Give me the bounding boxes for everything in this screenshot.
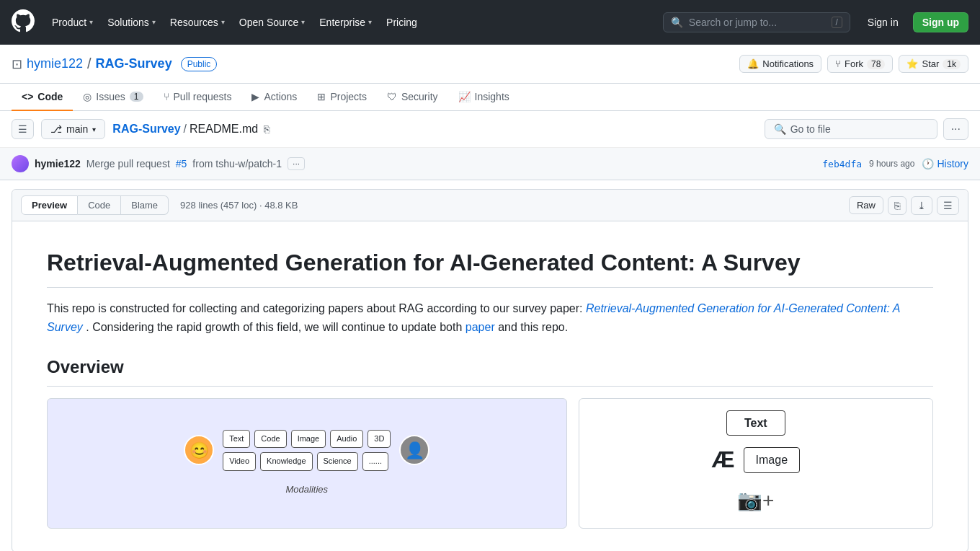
chevron-down-icon: ▾: [221, 18, 225, 26]
intro-text: This repo is constructed for collecting …: [47, 302, 583, 314]
more-options-button[interactable]: ···: [943, 118, 968, 140]
modalities-grid: Text Code Image Audio 3D Video Knowledge…: [223, 430, 391, 471]
nav-item-enterprise[interactable]: Enterprise ▾: [313, 12, 378, 32]
copy-path-button[interactable]: ⎘: [261, 122, 272, 136]
commit-pr-text: from tshu-w/patch-1: [192, 158, 282, 169]
repo-tabs: <> Code ◎ Issues 1 ⑂ Pull requests ▶ Act…: [0, 84, 980, 111]
go-to-file-input[interactable]: 🔍 Go to file: [765, 119, 937, 139]
fork-count: 78: [867, 59, 885, 69]
mod-chip-code: Code: [254, 430, 286, 449]
visibility-badge: Public: [181, 57, 218, 71]
chevron-down-icon: ▾: [92, 125, 96, 133]
history-label: History: [937, 158, 968, 169]
paper-word-link[interactable]: paper: [466, 321, 498, 333]
mod-chip-image: Image: [291, 430, 326, 449]
top-nav: Product ▾ Solutions ▾ Resources ▾ Open S…: [0, 0, 980, 45]
nav-label-enterprise: Enterprise: [319, 17, 365, 28]
tab-code[interactable]: Code: [78, 195, 121, 215]
mod-chip-audio: Audio: [330, 430, 363, 449]
nav-item-product[interactable]: Product ▾: [46, 12, 99, 32]
file-view-tabs: Preview Code Blame 928 lines (457 loc) ·…: [21, 195, 298, 215]
tab-projects[interactable]: ⊞ Projects: [307, 84, 377, 111]
ae-symbol: Æ: [712, 441, 735, 478]
outline-button[interactable]: ☰: [937, 196, 959, 215]
avatar-person-2: 👤: [399, 435, 429, 465]
readme-title: Retrieval-Augmented Generation for AI-Ge…: [47, 244, 933, 288]
mod-chip-more: ......: [362, 452, 388, 471]
tab-insights-label: Insights: [475, 91, 509, 102]
tab-actions[interactable]: ▶ Actions: [241, 84, 307, 111]
star-button[interactable]: ⭐ Star 1k: [899, 55, 968, 73]
breadcrumb: RAG-Survey / README.md ⎘: [112, 122, 272, 136]
mod-chip-3d: 3D: [368, 430, 391, 449]
search-icon: 🔍: [671, 17, 683, 28]
nav-item-solutions[interactable]: Solutions ▾: [102, 12, 161, 32]
file-toolbar: ☰ ⎇ main ▾ RAG-Survey / README.md ⎘ 🔍 Go…: [0, 111, 980, 148]
intro-end: and this repo.: [498, 321, 568, 333]
tab-code[interactable]: <> Code: [12, 84, 73, 111]
repo-owner-link[interactable]: hymie122: [27, 56, 83, 71]
modalities-image: 😊 Text Code Image Audio 3D Video Knowled…: [47, 398, 567, 529]
nav-item-resources[interactable]: Resources ▾: [164, 12, 231, 32]
commit-author[interactable]: hymie122: [35, 158, 81, 169]
intro-suffix: . Considering the rapid growth of this f…: [86, 321, 462, 333]
tab-security[interactable]: 🛡 Security: [377, 84, 448, 111]
fork-label: Fork: [845, 58, 863, 69]
repo-breadcrumb: ⊡ hymie122 / RAG-Survey Public: [12, 56, 217, 72]
file-toolbar-left: ☰ ⎇ main ▾ RAG-Survey / README.md ⎘: [12, 119, 272, 139]
tab-code-label: Code: [37, 91, 63, 102]
raw-button[interactable]: Raw: [849, 196, 883, 214]
tab-blame[interactable]: Blame: [121, 195, 169, 215]
breadcrumb-repo-link[interactable]: RAG-Survey: [112, 123, 180, 136]
tab-issues[interactable]: ◎ Issues 1: [73, 84, 153, 111]
image-chip: Image: [744, 447, 800, 473]
nav-item-pricing[interactable]: Pricing: [380, 12, 423, 32]
copy-raw-button[interactable]: ⎘: [888, 196, 906, 215]
mod-chip-text: Text: [223, 430, 250, 449]
file-viewer-header: Preview Code Blame 928 lines (457 loc) ·…: [12, 190, 968, 221]
text-chip: Text: [726, 410, 785, 436]
avatar-person-1: 😊: [184, 435, 214, 465]
file-viewer: Preview Code Blame 928 lines (457 loc) ·…: [12, 189, 968, 551]
pr-icon: ⑂: [164, 91, 169, 102]
readme-intro: This repo is constructed for collecting …: [47, 299, 933, 336]
chevron-down-icon: ▾: [368, 18, 372, 26]
commit-info-left: hymie122 Merge pull request #5 from tshu…: [12, 155, 305, 172]
fork-button[interactable]: ⑂ Fork 78: [827, 55, 893, 73]
star-icon: ⭐: [906, 58, 918, 69]
tab-pullrequests[interactable]: ⑂ Pull requests: [153, 84, 242, 111]
go-to-file-placeholder: Go to file: [790, 123, 831, 135]
mod-chip-video: Video: [223, 452, 256, 471]
ae-image-row: Æ Image: [712, 441, 800, 478]
chevron-down-icon: ▾: [89, 18, 93, 26]
commit-row: hymie122 Merge pull request #5 from tshu…: [0, 148, 980, 180]
file-meta: 928 lines (457 loc) · 48.8 KB: [180, 200, 298, 211]
commit-expand-button[interactable]: ···: [288, 157, 305, 170]
download-button[interactable]: ⤓: [911, 196, 932, 215]
sidebar-toggle-button[interactable]: ☰: [12, 119, 34, 139]
nav-label-pricing: Pricing: [386, 17, 417, 28]
branch-selector-button[interactable]: ⎇ main ▾: [41, 119, 105, 139]
signup-button[interactable]: Sign up: [913, 12, 968, 32]
repo-actions: 🔔 Notifications ⑂ Fork 78 ⭐ Star 1k: [739, 55, 968, 73]
insights-icon: 📈: [458, 91, 471, 102]
commit-hash[interactable]: feb4dfa: [822, 159, 862, 169]
commit-pr-link[interactable]: #5: [176, 158, 187, 169]
text-ae-image: Text Æ Image 📷+: [579, 398, 933, 529]
history-button[interactable]: 🕐 History: [922, 158, 968, 169]
search-bar[interactable]: 🔍 Search or jump to... /: [663, 12, 850, 32]
tab-insights[interactable]: 📈 Insights: [448, 84, 520, 111]
signin-button[interactable]: Sign in: [859, 12, 907, 32]
nav-label-resources: Resources: [170, 17, 218, 28]
notifications-button[interactable]: 🔔 Notifications: [739, 55, 821, 73]
repo-name-link[interactable]: RAG-Survey: [96, 56, 172, 71]
search-icon: 🔍: [774, 123, 786, 135]
chevron-down-icon: ▾: [301, 18, 305, 26]
ellipsis-icon: ···: [951, 123, 961, 136]
issues-badge: 1: [130, 92, 143, 102]
github-logo[interactable]: [12, 9, 35, 35]
overview-images: 😊 Text Code Image Audio 3D Video Knowled…: [47, 398, 933, 529]
security-icon: 🛡: [387, 91, 397, 102]
tab-preview[interactable]: Preview: [21, 195, 78, 215]
nav-item-opensource[interactable]: Open Source ▾: [233, 12, 311, 32]
